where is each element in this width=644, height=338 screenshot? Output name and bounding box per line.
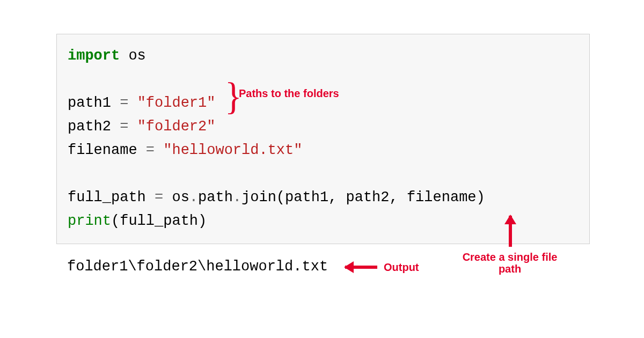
var-filename: filename bbox=[68, 142, 146, 158]
annotation-paths: Paths to the folders bbox=[239, 87, 339, 99]
operator-eq: = bbox=[120, 95, 128, 111]
fn-print: print bbox=[68, 213, 111, 229]
code-block: import os path1 = "folder1" path2 = "fol… bbox=[56, 34, 590, 244]
string-folder2: "folder2" bbox=[137, 119, 216, 135]
string-folder1: "folder1" bbox=[137, 95, 216, 111]
var-path2: path2 bbox=[68, 119, 120, 135]
operator-eq: = bbox=[120, 119, 128, 135]
var-fullpath: full_path bbox=[68, 189, 155, 205]
brace-icon: } bbox=[225, 78, 236, 122]
var-path1: path1 bbox=[68, 95, 120, 111]
module-os: os bbox=[120, 48, 146, 64]
keyword-import: import bbox=[68, 48, 120, 64]
operator-eq: = bbox=[146, 142, 155, 158]
arrow-up-icon bbox=[509, 216, 512, 247]
output-text: folder1\folder2\helloworld.txt bbox=[67, 259, 328, 275]
operator-eq: = bbox=[155, 189, 163, 205]
annotation-output: Output bbox=[384, 261, 419, 273]
annotation-create: Create a single file path bbox=[456, 251, 564, 275]
string-helloworld: "helloworld.txt" bbox=[163, 142, 302, 158]
arrow-left-icon bbox=[345, 266, 377, 269]
